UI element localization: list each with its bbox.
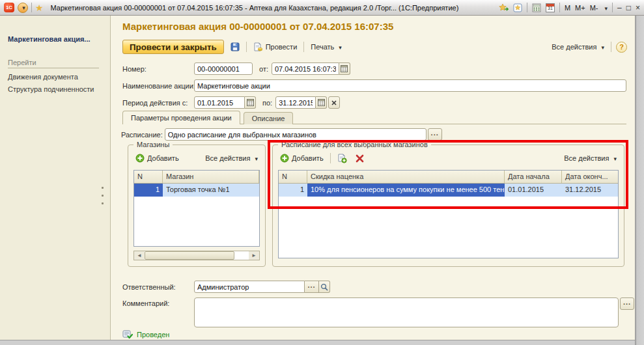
sidebar-document-title: Маркетинговая акция... [8,35,102,43]
titlebar-separator [612,3,613,12]
responsible-label: Ответственный: [122,283,194,291]
period-from-label: Период действия с: [122,99,194,107]
document-date-input[interactable] [272,62,339,75]
titlebar-separator [31,3,32,12]
comment-row: Комментарий: [122,297,634,327]
table-row[interactable]: 1 Торговая точка №1 [134,184,259,197]
schedule-select-button[interactable] [428,128,442,141]
all-actions-button[interactable]: Все действия [550,42,606,52]
shops-col-n[interactable]: N [134,171,163,183]
shops-all-actions-button[interactable]: Все действия [203,153,260,163]
schedule-row-date-start[interactable]: 01.01.2015 [505,184,562,197]
shops-row-number[interactable]: 1 [134,184,163,197]
app-window: 1С Маркетинговая акция 00-00000001 от 07… [0,0,644,345]
tab-description[interactable]: Описание [244,112,294,124]
schedule-col-date-start[interactable]: Дата начала [505,171,562,183]
toolbar-separator [303,42,304,52]
period-to-calendar-button[interactable] [316,96,327,109]
sidebar-splitter-handle[interactable] [102,187,104,204]
schedule-col-discount[interactable]: Скидка наценка [307,171,505,183]
chevron-down-icon [20,5,25,11]
shops-add-button[interactable]: Добавить [133,152,181,164]
schedule-all-actions-button[interactable]: Все действия [562,153,619,163]
sidebar-link-subordination-structure[interactable]: Структура подчиненности [8,85,102,93]
scrollbar-track[interactable] [145,251,249,260]
copy-document-icon [337,154,347,163]
posted-status: Проведен [122,330,169,339]
period-from-input[interactable] [194,96,245,109]
schedule-add-button[interactable]: Добавить [278,152,326,164]
scrollbar-thumb[interactable] [145,251,234,260]
calendar-icon[interactable]: 31 [546,3,555,12]
minimize-button[interactable]: – [617,4,622,12]
schedule-add-label: Добавить [292,154,324,162]
calendar-picker-icon [341,65,348,72]
date-calendar-button[interactable] [339,62,350,75]
schedule-col-date-end[interactable]: Дата оконч... [562,171,618,183]
favorites-star-icon[interactable] [35,3,44,12]
schedule-row-number[interactable]: 1 [279,184,307,197]
close-button[interactable]: × [636,4,640,12]
shops-col-shop[interactable]: Магазин [163,171,259,183]
help-button[interactable]: ? [616,42,627,53]
print-label: Печать [311,43,334,51]
shops-table: N Магазин 1 Торговая точка №1 [133,170,260,247]
responsible-search-button[interactable] [319,281,330,293]
maximize-button[interactable]: □ [626,4,631,12]
schedule-input[interactable] [165,128,427,141]
table-row[interactable]: 1 10% для пенсионеров на сумму покупки н… [279,184,618,197]
shops-horizontal-scrollbar[interactable]: ◄ ► [133,251,260,260]
schedule-groupbox: Расписание для всех выбранных магазинов … [272,145,624,267]
tab-campaign-parameters[interactable]: Параметры проведения акции [122,111,240,124]
window-right-border [635,16,644,345]
memory-m-minus-button[interactable]: M- [590,4,598,12]
campaign-name-input[interactable] [194,79,626,92]
schedule-row-date-end[interactable]: 31.12.2015 [562,184,618,197]
print-menu-button[interactable]: Печать [309,42,344,52]
memory-m-button[interactable]: M [565,4,570,12]
schedule-delete-button[interactable] [354,153,366,164]
chevron-down-icon [337,43,342,51]
shops-row-shop[interactable]: Торговая точка №1 [163,184,259,197]
toolbar-separator [611,42,611,52]
shops-add-label: Добавить [147,154,179,162]
scroll-left-arrow-icon[interactable]: ◄ [134,251,145,260]
comment-expand-button[interactable] [620,297,634,310]
responsible-select-button[interactable] [305,281,319,293]
period-from-calendar-button[interactable] [245,96,256,109]
schedule-copy-button[interactable] [335,152,349,165]
tab-bar: Параметры проведения акции Описание [122,111,293,124]
period-clear-button[interactable] [328,96,340,109]
document-posted-icon [122,330,133,339]
memory-m-plus-button[interactable]: M+ [575,4,585,12]
schedule-row-discount[interactable]: 10% для пенсионеров на сумму покупки не … [307,184,505,197]
sidebar-link-document-movements[interactable]: Движения документа [8,73,102,81]
campaign-name-label: Наименование акции: [122,82,194,90]
post-and-close-button[interactable]: Провести и закрыть [122,40,224,54]
comment-label: Комментарий: [122,297,194,307]
shops-table-header: N Магазин [134,171,259,184]
post-document-icon [253,42,263,51]
shops-groupbox: Магазины Добавить Все действия N Магазин… [128,145,266,267]
add-plus-icon [135,154,145,163]
titlebar-separator [559,3,560,12]
schedule-toolbar: Добавить Все действия [278,151,619,165]
schedule-col-n[interactable]: N [279,171,307,183]
page-title: Маркетинговая акция 00-00000001 от 07.04… [122,21,393,32]
period-to-input[interactable] [275,96,316,109]
titlebar: 1С Маркетинговая акция 00-00000001 от 07… [0,0,644,16]
titlebar-chevron-down-icon[interactable] [603,4,608,12]
shops-toolbar: Добавить Все действия [133,151,260,165]
number-input[interactable] [194,62,253,75]
toolbar-separator [246,42,247,52]
main-menu-button[interactable] [18,3,28,13]
responsible-input[interactable] [194,281,305,293]
save-button[interactable] [229,41,242,53]
post-button[interactable]: Провести [251,41,300,53]
favorites-list-icon[interactable] [513,3,522,12]
scroll-right-arrow-icon[interactable]: ► [249,251,259,260]
comment-textarea[interactable] [194,297,619,327]
calculator-icon[interactable] [532,3,541,12]
add-favorite-icon[interactable] [498,3,509,12]
titlebar-right-controls: 31 M M+ M- – □ × [498,3,640,12]
